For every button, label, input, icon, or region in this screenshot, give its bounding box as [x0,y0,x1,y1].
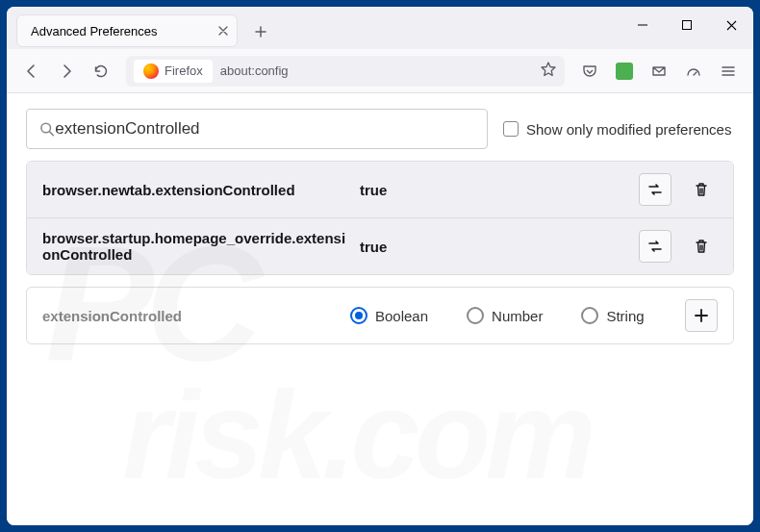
pocket-button[interactable] [574,56,605,87]
extensions-button[interactable] [609,56,640,87]
toggle-icon [646,238,664,255]
preference-row[interactable]: browser.newtab.extensionControlled true [27,162,733,217]
type-radio-boolean[interactable]: Boolean [350,307,428,324]
minimize-button[interactable] [621,7,665,43]
search-icon [38,120,55,138]
preference-name: browser.newtab.extensionControlled [42,182,350,198]
radio-icon [467,307,484,324]
watermark: risk.com [122,363,591,507]
plus-icon [694,308,709,323]
toggle-icon [646,181,664,198]
new-preference-name: extensionControlled [42,308,350,324]
checkbox-icon[interactable] [503,121,519,137]
window-controls [621,7,753,43]
identity-label: Firefox [165,63,203,78]
inbox-button[interactable] [644,56,674,87]
toggle-button[interactable] [639,230,671,263]
add-preference-button[interactable] [685,299,718,332]
maximize-button[interactable] [665,7,709,43]
preference-actions [639,173,718,206]
trash-icon [693,181,710,198]
delete-button[interactable] [685,173,718,206]
close-window-button[interactable] [709,7,753,43]
url-bar[interactable]: Firefox about:config [126,56,565,87]
firefox-logo-icon [143,63,159,79]
type-radio-group: Boolean Number String [350,307,685,324]
window-frame: Advanced Preferences Firefox about:confi… [7,7,753,525]
preference-list: browser.newtab.extensionControlled true … [26,161,734,275]
preference-value: true [350,239,639,255]
type-radio-string[interactable]: String [581,307,644,324]
url-text: about:config [220,63,289,78]
preference-value: true [350,182,639,198]
show-modified-toggle[interactable]: Show only modified preferences [503,121,731,138]
type-radio-number[interactable]: Number [467,307,543,324]
preference-name: browser.startup.homepage_override.extens… [42,230,350,263]
app-menu-button[interactable] [713,56,744,87]
bookmark-star-icon[interactable] [540,61,557,82]
toggle-button[interactable] [639,173,671,206]
search-box[interactable] [26,109,488,149]
about-config-content: PC risk.com Show only modified preferenc… [7,93,753,525]
radio-icon [581,307,598,324]
reload-button[interactable] [86,56,116,87]
show-modified-label: Show only modified preferences [526,121,731,138]
new-preference-row: extensionControlled Boolean Number Strin… [26,287,734,344]
delete-button[interactable] [685,230,718,263]
preference-actions [639,230,718,263]
close-tab-icon[interactable] [215,23,231,38]
radio-icon [350,307,367,324]
identity-box[interactable]: Firefox [134,60,213,83]
extension-icon [616,63,633,80]
search-input[interactable] [55,119,475,139]
browser-tab[interactable]: Advanced Preferences [16,14,238,47]
titlebar: Advanced Preferences [7,7,753,49]
svg-rect-0 [683,21,692,30]
new-tab-button[interactable] [245,16,276,47]
navigation-toolbar: Firefox about:config [7,49,753,93]
search-row: Show only modified preferences [26,109,734,149]
forward-button[interactable] [51,56,82,87]
tab-title: Advanced Preferences [31,24,158,38]
dashboard-button[interactable] [678,56,709,87]
preference-row[interactable]: browser.startup.homepage_override.extens… [27,217,733,274]
trash-icon [693,238,710,255]
back-button[interactable] [16,56,47,87]
